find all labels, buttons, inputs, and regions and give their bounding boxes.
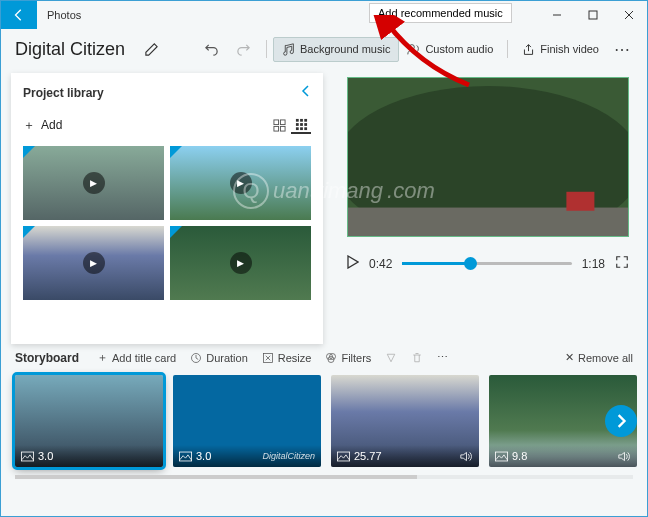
- undo-button[interactable]: [196, 33, 228, 65]
- titlebar: Photos: [1, 1, 647, 29]
- duration-button[interactable]: Duration: [190, 352, 248, 364]
- top-toolbar: Digital Citizen Background music Custom …: [1, 29, 647, 69]
- svg-rect-19: [566, 192, 594, 211]
- project-name: Digital Citizen: [15, 39, 125, 60]
- add-label: Add: [41, 118, 62, 132]
- filters-button[interactable]: Filters: [325, 352, 371, 364]
- preview-area: 0:42 1:18: [323, 69, 647, 344]
- volume-icon: [618, 451, 631, 462]
- close-button[interactable]: [611, 1, 647, 29]
- total-time: 1:18: [582, 257, 605, 271]
- export-icon: [522, 43, 535, 56]
- image-icon: [495, 451, 508, 462]
- svg-rect-4: [280, 119, 285, 124]
- clip-duration: 3.0: [38, 450, 157, 462]
- window-controls: [539, 1, 647, 29]
- svg-rect-10: [295, 123, 298, 126]
- more-button[interactable]: ⋯: [607, 33, 639, 65]
- project-library-panel: Project library ＋ Add ▶ ▶ ▶ ▶: [11, 73, 323, 344]
- svg-rect-27: [337, 452, 349, 461]
- collapse-library-button[interactable]: [301, 85, 311, 100]
- remove-all-button[interactable]: ✕Remove all: [565, 351, 633, 364]
- next-clips-button[interactable]: [605, 405, 637, 437]
- image-icon: [179, 451, 192, 462]
- edit-name-button[interactable]: [135, 33, 167, 65]
- storyboard-section: Storyboard ＋Add title card Duration Resi…: [1, 344, 647, 467]
- image-icon: [337, 451, 350, 462]
- fullscreen-button[interactable]: [615, 255, 629, 272]
- svg-rect-12: [304, 123, 307, 126]
- library-clip[interactable]: ▶: [23, 146, 164, 220]
- text-icon: [385, 352, 397, 364]
- svg-rect-9: [304, 118, 307, 121]
- music-icon: [282, 43, 295, 56]
- library-clip[interactable]: ▶: [170, 146, 311, 220]
- svg-rect-11: [300, 123, 303, 126]
- library-clip[interactable]: ▶: [23, 226, 164, 300]
- storyboard-clip[interactable]: 3.0 DigitalCitizen: [173, 375, 321, 467]
- filters-icon: [325, 352, 337, 364]
- play-icon: ▶: [83, 252, 105, 274]
- clock-icon: [190, 352, 202, 364]
- svg-rect-13: [295, 127, 298, 130]
- add-title-card-button[interactable]: ＋Add title card: [97, 350, 176, 365]
- redo-button[interactable]: [228, 33, 260, 65]
- maximize-button[interactable]: [575, 1, 611, 29]
- view-large-grid-button[interactable]: [269, 116, 289, 134]
- storyboard-title: Storyboard: [15, 351, 79, 365]
- library-clip[interactable]: ▶: [170, 226, 311, 300]
- plus-icon: ＋: [97, 350, 108, 365]
- minimize-button[interactable]: [539, 1, 575, 29]
- horizontal-scrollbar[interactable]: [15, 475, 633, 479]
- library-title: Project library: [23, 86, 104, 100]
- clip-duration: 25.77: [354, 450, 456, 462]
- clip-more-button[interactable]: ⋯: [437, 351, 450, 364]
- text-button[interactable]: [385, 352, 397, 364]
- plus-icon: ＋: [23, 117, 35, 134]
- play-icon: ▶: [230, 252, 252, 274]
- svg-rect-26: [179, 452, 191, 461]
- clip-duration: 3.0: [196, 450, 258, 462]
- svg-rect-28: [495, 452, 507, 461]
- finish-label: Finish video: [540, 43, 599, 55]
- svg-rect-8: [300, 118, 303, 121]
- current-time: 0:42: [369, 257, 392, 271]
- delete-clip-button[interactable]: [411, 352, 423, 364]
- svg-rect-25: [21, 452, 33, 461]
- svg-rect-14: [300, 127, 303, 130]
- clip-duration: 9.8: [512, 450, 614, 462]
- svg-rect-7: [295, 118, 298, 121]
- clips-row: 3.0 3.0 DigitalCitizen 25.77 9.8: [15, 375, 633, 467]
- video-preview[interactable]: [347, 77, 629, 237]
- trash-icon: [411, 352, 423, 364]
- volume-icon: [460, 451, 473, 462]
- svg-rect-18: [348, 208, 628, 236]
- svg-rect-6: [280, 126, 285, 131]
- finish-video-button[interactable]: Finish video: [514, 38, 607, 61]
- add-media-button[interactable]: ＋ Add: [23, 117, 62, 134]
- play-button[interactable]: [347, 255, 359, 272]
- svg-rect-15: [304, 127, 307, 130]
- back-button[interactable]: [1, 1, 37, 29]
- storyboard-clip[interactable]: 3.0: [15, 375, 163, 467]
- svg-rect-1: [589, 11, 597, 19]
- view-small-grid-button[interactable]: [291, 116, 311, 134]
- svg-rect-3: [273, 119, 278, 124]
- resize-button[interactable]: Resize: [262, 352, 312, 364]
- resize-icon: [262, 352, 274, 364]
- svg-rect-5: [273, 126, 278, 131]
- storyboard-clip[interactable]: 25.77: [331, 375, 479, 467]
- play-icon: ▶: [83, 172, 105, 194]
- seek-slider[interactable]: [402, 262, 571, 265]
- play-icon: ▶: [230, 172, 252, 194]
- annotation-arrow: [369, 15, 479, 95]
- image-icon: [21, 451, 34, 462]
- x-icon: ✕: [565, 351, 574, 364]
